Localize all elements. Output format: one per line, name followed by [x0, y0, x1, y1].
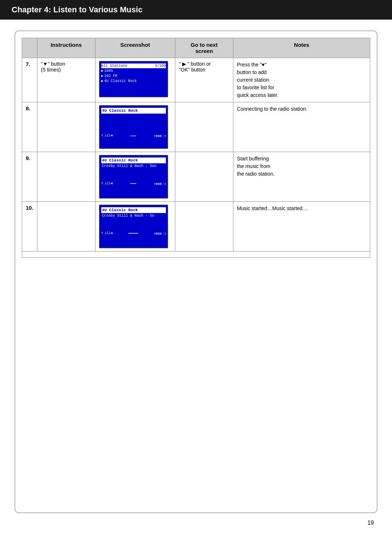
table-header-row: Instructions Screenshot Go to nextscreen…: [22, 38, 370, 58]
instruction-table: Instructions Screenshot Go to nextscreen…: [22, 38, 370, 258]
row-10-screenshot: 4U Classic Rock Crosby Still & Nash - So…: [95, 202, 175, 251]
row-8-next: [175, 102, 233, 152]
screen-title-10: 4U Classic Rock: [101, 207, 166, 213]
camera-battery-icons-10: ⊙▮▮▮ ▢: [154, 232, 166, 236]
statusbar-8: Y.ıll◄ ═══ ⊙▮▮▮ ▢: [101, 133, 166, 139]
row-8-notes: Connecting to the radio station.: [233, 102, 370, 152]
col-header-next: Go to nextscreen: [175, 38, 233, 58]
row-9-notes: Start bufferingthe music fromthe radio s…: [233, 152, 370, 202]
col-header-instructions: Instructions: [37, 38, 95, 58]
row-8-screenshot: 4U Classic Rock Y.ıll◄ ═══ ⊙▮▮▮ ▢: [95, 102, 175, 152]
screen-row-7-3: ▶102 FM: [101, 73, 166, 78]
table-row-empty: [22, 251, 370, 258]
row-num-9: 9.: [22, 152, 37, 202]
row-7-screenshot: All Stations 3/100 ▶100% ▶102 FM ▶4U Cla…: [95, 58, 175, 102]
table-row: 7. "▼" button(5 times) All Stations 3/10…: [22, 58, 370, 102]
screen-title-8: 4U Classic Rock: [101, 108, 166, 114]
col-header-notes: Notes: [233, 38, 370, 58]
page-header: Chapter 4: Listen to Various Music: [0, 0, 392, 20]
screen-row-7-1: All Stations 3/100: [101, 64, 166, 68]
table-row: 8. 4U Classic Rock Y.ıll◄ ═══: [22, 102, 370, 152]
page-content: Instructions Screenshot Go to nextscreen…: [0, 20, 392, 536]
empty-section: [22, 251, 370, 258]
row-7-notes: Press the "♥"button to addcurrent statio…: [233, 58, 370, 102]
statusbar-9: Y.ıll◄ ━━━ ⊙▮▮▮ ▢: [101, 181, 166, 187]
col-header-screenshot: Screenshot: [95, 38, 175, 58]
screen-row-7-4: ▶4U Classic Rock: [101, 78, 166, 83]
doc-box: Instructions Screenshot Go to nextscreen…: [15, 30, 377, 513]
row-7-next: " ▶ " button or"OK" button: [175, 58, 233, 102]
signal-icon-10: Y.ıll◄: [101, 232, 113, 236]
screen-subtitle-9: Crosby Still & Nash - Sou: [101, 163, 166, 169]
row-10-next: [175, 202, 233, 251]
screen-subtitle-10: Crosby Still & Nash - So: [101, 213, 166, 218]
row-8-instructions: [37, 102, 95, 152]
camera-battery-icons-9: ⊙▮▮▮ ▢: [154, 182, 166, 186]
device-screen-10: 4U Classic Rock Crosby Still & Nash - So…: [99, 205, 168, 248]
progress-bar-9: ━━━: [130, 182, 136, 186]
device-screen-9: 4U Classic Rock Crosby Still & Nash - So…: [99, 155, 168, 199]
progress-bar-10: ━━━━━: [128, 232, 138, 236]
page-number: 19: [15, 513, 377, 526]
progress-bar: ═══: [130, 134, 136, 138]
row-7-instructions: "▼" button(5 times): [37, 58, 95, 102]
row-num-10: 10.: [22, 202, 37, 251]
row-num-7: 7.: [22, 58, 37, 102]
table-row: 10. 4U Classic Rock Crosby Still & Nash …: [22, 202, 370, 251]
signal-icon-9: Y.ıll◄: [101, 182, 113, 186]
device-screen-8: 4U Classic Rock Y.ıll◄ ═══ ⊙▮▮▮ ▢: [99, 105, 168, 149]
screen-row-7-2: ▶100%: [101, 68, 166, 73]
camera-battery-icons: ⊙▮▮▮ ▢: [154, 134, 166, 138]
row-10-notes: Music started…Music started…: [233, 202, 370, 251]
row-9-screenshot: 4U Classic Rock Crosby Still & Nash - So…: [95, 152, 175, 202]
row-10-instructions: [37, 202, 95, 251]
row-9-next: [175, 152, 233, 202]
col-header-num: [22, 38, 37, 58]
table-row: 9. 4U Classic Rock Crosby Still & Nash -…: [22, 152, 370, 202]
row-num-8: 8.: [22, 102, 37, 152]
signal-icon: Y.ıll◄: [101, 134, 113, 138]
screen-title-9: 4U Classic Rock: [101, 157, 166, 163]
device-screen-7: All Stations 3/100 ▶100% ▶102 FM ▶4U Cla…: [99, 61, 168, 97]
statusbar-10: Y.ıll◄ ━━━━━ ⊙▮▮▮ ▢: [101, 231, 166, 237]
header-title: Chapter 4: Listen to Various Music: [12, 5, 143, 14]
row-9-instructions: [37, 152, 95, 202]
